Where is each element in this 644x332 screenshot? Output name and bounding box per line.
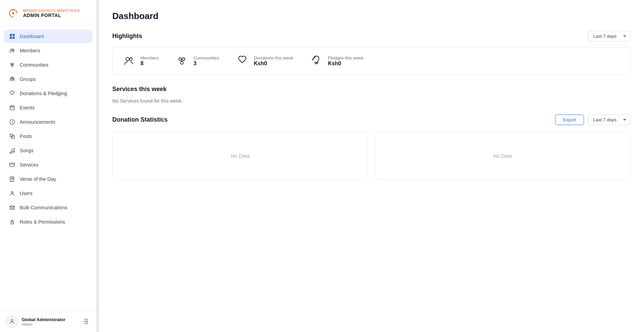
svg-point-13	[12, 77, 13, 78]
svg-rect-1	[10, 34, 12, 36]
sidebar-label-verse: Verse of the Day	[20, 176, 56, 182]
services-title: Services this week	[112, 86, 630, 93]
svg-point-38	[181, 62, 183, 64]
bulk-icon	[9, 204, 16, 211]
svg-rect-2	[13, 34, 15, 36]
members-icon	[9, 47, 16, 54]
songs-icon	[9, 147, 16, 154]
svg-rect-26	[10, 177, 14, 181]
svg-point-9	[12, 65, 13, 67]
logo-text: MFANO CHURCH MINISTRIES ADMIN PORTAL	[23, 8, 80, 18]
user-name: Global Administrator	[22, 317, 65, 322]
stat-pledges-info: Pledges this week Ksh0	[328, 55, 363, 67]
stat-donations: Donations this week Ksh0	[235, 54, 293, 68]
sidebar-item-communities[interactable]: Communities	[4, 58, 92, 72]
chart-card-1: No Data	[112, 132, 368, 179]
chart1-empty-label: No Data	[231, 153, 249, 159]
sidebar-item-roles[interactable]: Roles & Permissions	[4, 215, 92, 229]
groups-icon	[9, 76, 16, 83]
sidebar-nav: Dashboard Members Communities Groups	[0, 25, 96, 311]
svg-point-19	[12, 121, 13, 121]
sidebar-item-users[interactable]: Users	[4, 187, 92, 200]
sidebar-item-members[interactable]: Members	[4, 44, 92, 57]
users-icon	[9, 190, 16, 197]
sidebar-item-verse[interactable]: Verse of the Day	[4, 172, 92, 186]
svg-point-32	[12, 223, 13, 223]
donation-stats-filter[interactable]: Last 7 days Last 30 days Last 90 days	[588, 115, 630, 125]
services-section: Services this week No Services found for…	[112, 86, 630, 104]
svg-point-37	[182, 58, 185, 60]
svg-point-7	[11, 63, 12, 65]
svg-rect-4	[13, 37, 15, 39]
sidebar-label-songs: Songs	[20, 148, 34, 153]
user-info: Global Administrator mfano	[5, 315, 65, 328]
sidebar-label-donations: Donations & Pledging	[20, 91, 67, 96]
main-content: Dashboard Highlights Last 7 days Last 30…	[99, 0, 644, 332]
members-stat-icon	[122, 54, 136, 68]
svg-point-8	[12, 63, 14, 65]
stat-donations-label: Donations this week	[254, 55, 293, 60]
user-details: Global Administrator mfano	[22, 317, 65, 326]
sidebar-label-bulk: Bulk Communications	[20, 205, 67, 210]
logo-top-text: MFANO CHURCH MINISTRIES	[23, 8, 80, 13]
communities-icon	[9, 62, 16, 68]
stat-communities: Communities 3	[175, 54, 219, 68]
sidebar-item-posts[interactable]: Posts	[4, 129, 92, 143]
services-icon	[9, 161, 16, 168]
highlights-filter[interactable]: Last 7 days Last 30 days Last 90 days	[588, 31, 630, 41]
user-email: mfano	[22, 322, 65, 326]
posts-icon	[9, 133, 16, 140]
sidebar-label-communities: Communities	[20, 62, 49, 68]
export-button[interactable]: Export	[555, 115, 584, 125]
stat-members-label: Members	[140, 55, 159, 60]
sidebar: MFANO CHURCH MINISTRIES ADMIN PORTAL Das…	[0, 0, 97, 332]
stat-communities-info: Communities 3	[193, 55, 219, 67]
sidebar-item-groups[interactable]: Groups	[4, 72, 92, 86]
chart-card-2: No Data	[375, 132, 631, 179]
svg-rect-24	[10, 163, 15, 167]
svg-point-35	[130, 58, 132, 60]
communities-stat-icon	[175, 54, 189, 68]
services-empty-message: No Services found for this week	[112, 98, 630, 104]
svg-point-36	[179, 58, 182, 60]
sidebar-item-donations[interactable]: Donations & Pledging	[4, 87, 92, 100]
svg-point-22	[10, 152, 12, 154]
stat-pledges: Pledges this week Ksh0	[309, 54, 363, 68]
svg-point-34	[126, 57, 129, 61]
sidebar-item-songs[interactable]: Songs	[4, 144, 92, 157]
donation-stats-title: Donation Statistics	[112, 116, 168, 123]
stat-members: Members 8	[122, 54, 159, 68]
page-title: Dashboard	[112, 11, 630, 21]
sidebar-item-services[interactable]: Services	[4, 158, 92, 172]
donation-stats-header: Donation Statistics Export Last 7 days L…	[112, 115, 630, 125]
stat-members-info: Members 8	[140, 55, 159, 67]
stat-members-value: 8	[140, 60, 159, 67]
sidebar-item-announcements[interactable]: Announcements	[4, 115, 92, 129]
sidebar-label-members: Members	[20, 48, 40, 53]
svg-rect-3	[10, 37, 12, 39]
stats-card: Members 8 Communities 3	[112, 47, 630, 75]
logout-button[interactable]	[80, 316, 91, 327]
stat-donations-info: Donations this week Ksh0	[254, 55, 293, 67]
donations-stat-icon	[235, 54, 249, 68]
pledges-stat-icon	[309, 54, 323, 68]
logo-icon	[7, 7, 20, 20]
svg-rect-14	[10, 106, 15, 110]
highlights-title: Highlights	[112, 33, 142, 40]
donations-icon	[9, 90, 16, 97]
events-icon	[9, 104, 16, 111]
stat-pledges-label: Pledges this week	[328, 55, 363, 60]
sidebar-footer: Global Administrator mfano	[0, 311, 96, 332]
logo-bottom-text: ADMIN PORTAL	[23, 13, 80, 18]
svg-point-30	[11, 192, 13, 193]
sidebar-item-bulk[interactable]: Bulk Communications	[4, 201, 92, 214]
sidebar-item-events[interactable]: Events	[4, 101, 92, 115]
dashboard-icon	[9, 33, 16, 40]
donation-header-actions: Export Last 7 days Last 30 days Last 90 …	[555, 115, 630, 125]
sidebar-label-posts: Posts	[20, 134, 32, 139]
roles-icon	[9, 219, 16, 225]
stat-donations-value: Ksh0	[254, 60, 293, 67]
charts-grid: No Data No Data	[112, 132, 630, 179]
sidebar-label-roles: Roles & Permissions	[20, 219, 65, 225]
sidebar-item-dashboard[interactable]: Dashboard	[4, 30, 92, 43]
